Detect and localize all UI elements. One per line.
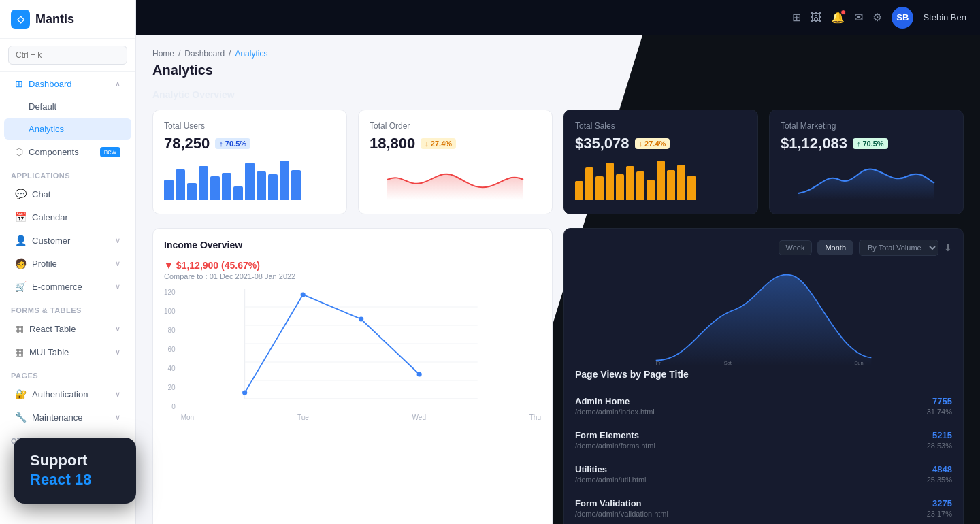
sbar11 [677, 165, 685, 200]
sidebar-item-chat[interactable]: 💬 Chat [4, 183, 131, 205]
month-button[interactable]: Month [817, 240, 853, 255]
stat-badge-users: ↑ 70.5% [215, 138, 250, 149]
bar3 [187, 183, 197, 200]
sidebar-sub-analytics[interactable]: Analytics [4, 118, 131, 140]
pv-count-4: 3275 [927, 498, 952, 508]
sidebar-item-react-table[interactable]: ▦ React Table ∨ [4, 318, 131, 340]
pv-right-2: 5215 28.53% [927, 430, 952, 450]
bar10 [268, 174, 278, 200]
pv-item-1: Admin Home /demo/admin/index.html 7755 3… [575, 389, 952, 423]
sbar9 [657, 161, 665, 200]
pv-item-3: Utilities /demo/admin/util.html 4848 25.… [575, 457, 952, 491]
sidebar-item-ecommerce[interactable]: 🛒 E-commerce ∨ [4, 276, 131, 297]
breadcrumb-sep1: / [178, 49, 180, 59]
section-analytic-overview: Analytic Overview [152, 89, 964, 100]
pv-name-3: Utilities [575, 464, 647, 474]
sidebar-item-dashboard[interactable]: ⊞ Dashboard ∧ [4, 73, 131, 95]
stat-value-users: 78,250 [164, 135, 210, 152]
sidebar-item-calendar[interactable]: 📅 Calendar [4, 206, 131, 228]
stat-value-row-users: 78,250 ↑ 70.5% [164, 135, 336, 152]
svg-text:Sat: Sat [724, 360, 732, 366]
page-content: Home / Dashboard / Analytics Analytics A… [136, 35, 980, 524]
sidebar-sub-default[interactable]: Default [4, 96, 131, 117]
stat-value-sales: $35,078 [575, 135, 630, 152]
page-views-card: Week Month By Total Volume ⬇ [564, 228, 964, 524]
sidebar-item-authentication[interactable]: 🔐 Authentication ∨ [4, 383, 131, 405]
marketing-area-chart [781, 159, 952, 200]
apps-grid-icon[interactable]: ⊞ [792, 11, 801, 24]
pv-url-3: /demo/admin/util.html [575, 476, 647, 484]
chevron-down-icon-6: ∨ [115, 390, 120, 399]
orders-area-chart [370, 159, 541, 200]
sidebar-label-react-table: React Table [29, 324, 76, 334]
chevron-down-icon: ∨ [115, 236, 120, 245]
mail-icon[interactable]: ✉ [854, 11, 863, 24]
x-tue: Tue [297, 414, 309, 421]
y-20: 20 [164, 384, 176, 391]
volume-select[interactable]: By Total Volume [859, 240, 938, 256]
app-name: Mantis [35, 12, 74, 27]
bar4 [199, 166, 208, 200]
income-line-chart [181, 289, 541, 411]
bar11 [280, 161, 289, 200]
sidebar-item-components[interactable]: ⬡ Components new [4, 141, 131, 163]
stat-card-orders: Total Order 18,800 ↓ 27.4% [358, 110, 553, 214]
pv-pct-4: 23.17% [927, 510, 952, 518]
sidebar-label-customer: Customer [32, 235, 70, 246]
pv-left-2: Form Elements /demo/admin/forms.html [575, 430, 655, 450]
pv-count-1: 7755 [927, 396, 952, 406]
sidebar-item-mui-table[interactable]: ▦ MUI Table ∨ [4, 341, 131, 363]
chevron-down-icon-3: ∨ [115, 282, 120, 291]
pv-name-1: Admin Home [575, 396, 655, 406]
svg-point-8 [300, 292, 305, 297]
avatar[interactable]: SB [892, 7, 913, 29]
sidebar-label-calendar: Calendar [32, 212, 68, 223]
sbar12 [687, 176, 696, 200]
user-name: Stebin Ben [923, 12, 966, 22]
pv-name-2: Form Elements [575, 430, 655, 440]
section-pages: Pages [0, 363, 135, 382]
support-line2: React 18 [30, 471, 92, 488]
sidebar-item-customer[interactable]: 👤 Customer ∨ [4, 229, 131, 251]
breadcrumb-home[interactable]: Home [152, 49, 174, 59]
profile-icon: 🧑 [15, 258, 27, 269]
income-chart-container: 120 100 80 60 40 20 0 [164, 289, 541, 421]
sidebar-item-profile[interactable]: 🧑 Profile ∨ [4, 252, 131, 274]
pv-left-4: Form Validation /demo/admin/validation.h… [575, 498, 668, 518]
y-100: 100 [164, 308, 176, 315]
stat-label-sales: Total Sales [575, 121, 747, 131]
content-wrapper: Home / Dashboard / Analytics Analytics A… [136, 35, 980, 524]
stat-value-row-marketing: $1,12,083 ↑ 70.5% [781, 135, 952, 152]
stat-value-marketing: $1,12,083 [781, 135, 847, 152]
components-badge: new [100, 147, 120, 157]
x-thu: Thu [529, 414, 541, 421]
bar1 [164, 180, 174, 200]
notification-dot [840, 10, 846, 15]
stat-card-users: Total Users 78,250 ↑ 70.5% [152, 110, 347, 214]
topbar-right: ⊞ 🖼 🔔 ✉ ⚙ SB Stebin Ben [792, 7, 966, 29]
chevron-down-icon-4: ∨ [115, 325, 120, 333]
breadcrumb-dashboard[interactable]: Dashboard [184, 49, 225, 59]
bar9 [257, 171, 266, 200]
chart-controls: Week Month By Total Volume ⬇ [575, 240, 952, 256]
income-chart-card: Income Overview ▼ $1,12,900 (45.67%) Com… [152, 228, 553, 524]
pv-url-4: /demo/admin/validation.html [575, 510, 668, 518]
search-input[interactable] [8, 46, 127, 65]
sidebar-label-analytics: Analytics [29, 124, 64, 134]
chevron-down-icon-7: ∨ [115, 413, 120, 422]
logo-icon: ◇ [11, 10, 30, 29]
pv-pct-2: 28.53% [927, 442, 952, 450]
download-icon[interactable]: ⬇ [944, 242, 952, 253]
calendar-icon: 📅 [15, 212, 27, 223]
week-button[interactable]: Week [779, 240, 813, 255]
y-80: 80 [164, 327, 176, 334]
y-40: 40 [164, 365, 176, 372]
pv-item-2: Form Elements /demo/admin/forms.html 521… [575, 423, 952, 457]
settings-icon[interactable]: ⚙ [872, 11, 882, 24]
sidebar-item-maintenance[interactable]: 🔧 Maintenance ∨ [4, 406, 131, 428]
picture-icon[interactable]: 🖼 [811, 12, 821, 24]
x-axis-labels: Mon Tue Wed Thu [181, 414, 541, 421]
sidebar-label-ecommerce: E-commerce [32, 282, 82, 292]
users-bar-chart [164, 159, 336, 200]
section-forms: Forms & Tables [0, 298, 135, 317]
